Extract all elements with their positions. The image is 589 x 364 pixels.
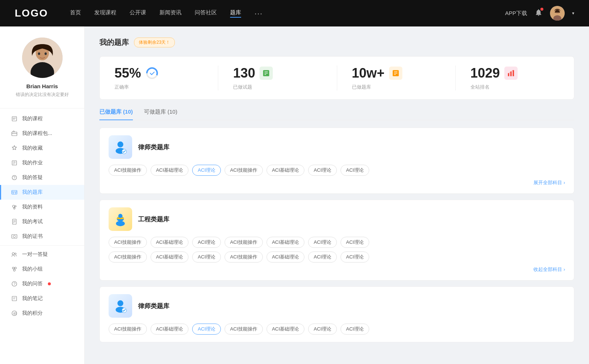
qa-icon: ? bbox=[11, 174, 18, 181]
svg-point-25 bbox=[14, 208, 15, 209]
collapse-link-engineer[interactable]: 收起全部科目 › bbox=[109, 266, 565, 273]
svg-rect-58 bbox=[510, 71, 512, 76]
tag[interactable]: ACI技能操作 bbox=[109, 237, 147, 248]
stat-num-accuracy: 55% bbox=[114, 65, 141, 81]
tag[interactable]: ACI基础理论 bbox=[151, 251, 189, 263]
svg-point-36 bbox=[13, 267, 14, 269]
tag[interactable]: ACI技能操作 bbox=[109, 251, 147, 263]
svg-point-66 bbox=[116, 221, 125, 226]
sidebar-item-package[interactable]: 我的课程包... bbox=[0, 126, 84, 141]
tab-done-banks[interactable]: 已做题库 (10) bbox=[99, 108, 133, 120]
nav-link-qa[interactable]: 问答社区 bbox=[195, 9, 217, 18]
nav-link-open[interactable]: 公开课 bbox=[130, 9, 146, 18]
stat-num-done-banks: 10w+ bbox=[352, 65, 385, 81]
points-icon: 积 bbox=[11, 310, 18, 317]
sidebar-item-points[interactable]: 积 我的积分 bbox=[0, 306, 84, 321]
svg-point-24 bbox=[15, 206, 16, 207]
svg-point-65 bbox=[118, 214, 122, 218]
tag[interactable]: ACI理论 bbox=[308, 324, 337, 335]
nav-link-more[interactable]: ··· bbox=[254, 9, 263, 18]
tag[interactable]: ACI理论 bbox=[308, 251, 337, 263]
nav-link-news[interactable]: 新闻资讯 bbox=[159, 9, 181, 18]
tag[interactable]: ACI技能操作 bbox=[225, 324, 263, 335]
nav-links: 首页 发现课程 公开课 新闻资讯 问答社区 题库 ··· bbox=[70, 9, 505, 18]
sidebar-profile: Brian Harris 错误的决定比没有决定要好 bbox=[0, 38, 84, 105]
nav-link-bank[interactable]: 题库 bbox=[230, 9, 241, 18]
sidebar-item-favorites[interactable]: 我的收藏 bbox=[0, 141, 84, 156]
tag[interactable]: ACI理论 bbox=[308, 237, 337, 248]
svg-point-7 bbox=[45, 53, 47, 55]
stat-accuracy: 55% 正确率 bbox=[100, 65, 218, 90]
stat-done-banks: 10w+ 已做题库 bbox=[337, 65, 456, 90]
tag[interactable]: ACI技能操作 bbox=[109, 165, 147, 176]
sidebar-item-questions[interactable]: ? 我的问答 bbox=[0, 276, 84, 291]
bank-title-engineer: 工程类题库 bbox=[138, 215, 169, 224]
sidebar-item-group[interactable]: 我的小组 bbox=[0, 262, 84, 276]
stats-row: 55% 正确率 130 bbox=[99, 56, 574, 100]
accuracy-icon bbox=[145, 67, 159, 80]
questions-badge bbox=[48, 282, 51, 285]
stat-top-accuracy: 55% bbox=[114, 65, 159, 81]
sidebar-item-cert[interactable]: 我的证书 bbox=[0, 229, 84, 244]
tag[interactable]: ACI理论 bbox=[341, 165, 369, 176]
lawyer-icon-2 bbox=[109, 294, 132, 318]
svg-point-34 bbox=[12, 253, 14, 255]
user-avatar[interactable] bbox=[550, 6, 565, 21]
expand-link-lawyer-1[interactable]: 展开全部科目 › bbox=[109, 179, 565, 186]
tag[interactable]: ACI技能操作 bbox=[225, 237, 263, 248]
svg-rect-41 bbox=[12, 296, 17, 301]
sidebar-item-label: 一对一答疑 bbox=[22, 251, 48, 258]
sidebar-item-exam[interactable]: 我的考试 bbox=[0, 214, 84, 229]
nav-logo: LOGO bbox=[15, 7, 48, 19]
tag[interactable]: ACI理论 bbox=[341, 324, 369, 335]
tag[interactable]: ACI理论 bbox=[341, 251, 369, 263]
tag[interactable]: ACI理论 bbox=[192, 251, 221, 263]
sidebar-item-homework[interactable]: 我的作业 bbox=[0, 156, 84, 170]
sidebar-item-course[interactable]: 我的课程 bbox=[0, 111, 84, 126]
user-menu-chevron[interactable]: ▾ bbox=[572, 11, 574, 16]
main-content: 我的题库 体验剩余23天！ 55% 正确 bbox=[85, 26, 589, 364]
svg-point-38 bbox=[14, 270, 15, 271]
tag[interactable]: ACI技能操作 bbox=[109, 324, 147, 335]
sidebar-item-label: 我的小组 bbox=[22, 266, 43, 272]
sidebar-item-notes[interactable]: 我的笔记 bbox=[0, 291, 84, 306]
tag[interactable]: ACI基础理论 bbox=[151, 324, 189, 335]
sidebar-item-material[interactable]: 我的资料 bbox=[0, 200, 84, 214]
tab-available-banks[interactable]: 可做题库 (10) bbox=[144, 108, 177, 120]
engineer-icon bbox=[109, 207, 132, 231]
notification-bell[interactable] bbox=[535, 8, 543, 18]
tag[interactable]: ACI技能操作 bbox=[225, 251, 263, 263]
sidebar: Brian Harris 错误的决定比没有决定要好 我的课程 我的课程包... bbox=[0, 26, 85, 364]
bank-card-lawyer-1: 律师类题库 ACI技能操作 ACI基础理论 ACI理论 ACI技能操作 ACI基… bbox=[99, 128, 574, 194]
stat-label-accuracy: 正确率 bbox=[114, 84, 129, 90]
list-orange-icon bbox=[389, 67, 402, 80]
profile-avatar bbox=[22, 38, 63, 78]
tag[interactable]: ACI基础理论 bbox=[267, 165, 305, 176]
tag[interactable]: ACI基础理论 bbox=[267, 324, 305, 335]
tag[interactable]: ACI理论 bbox=[308, 165, 337, 176]
page-wrapper: Brian Harris 错误的决定比没有决定要好 我的课程 我的课程包... bbox=[0, 0, 589, 364]
sidebar-item-bank[interactable]: 我的题库 bbox=[0, 185, 84, 200]
sidebar-item-one-one[interactable]: 一对一答疑 bbox=[0, 247, 84, 262]
sidebar-item-label: 我的收藏 bbox=[22, 145, 43, 151]
nav-link-home[interactable]: 首页 bbox=[70, 9, 81, 18]
sidebar-menu: 我的课程 我的课程包... 我的收藏 我的作业 bbox=[0, 111, 84, 321]
bank-title-lawyer-1: 律师类题库 bbox=[138, 143, 169, 151]
tag-active[interactable]: ACI理论 bbox=[192, 165, 221, 176]
app-download-button[interactable]: APP下载 bbox=[505, 10, 527, 17]
stat-top-ranking: 1029 bbox=[470, 65, 518, 81]
sidebar-item-qa[interactable]: ? 我的答疑 bbox=[0, 170, 84, 185]
tag[interactable]: ACI理论 bbox=[341, 237, 369, 248]
star-icon bbox=[11, 145, 18, 151]
tag[interactable]: ACI基础理论 bbox=[267, 251, 305, 263]
tag[interactable]: ACI技能操作 bbox=[225, 165, 263, 176]
bank-tags-engineer-row2: ACI技能操作 ACI基础理论 ACI理论 ACI技能操作 ACI基础理论 AC… bbox=[109, 251, 565, 263]
tag[interactable]: ACI基础理论 bbox=[151, 165, 189, 176]
nav-link-discover[interactable]: 发现课程 bbox=[94, 9, 116, 18]
tag-active[interactable]: ACI理论 bbox=[192, 324, 221, 335]
tag[interactable]: ACI基础理论 bbox=[151, 237, 189, 248]
notification-dot bbox=[540, 8, 543, 11]
stat-label-done-banks: 已做题库 bbox=[352, 84, 371, 90]
tag[interactable]: ACI理论 bbox=[192, 237, 221, 248]
tag[interactable]: ACI基础理论 bbox=[267, 237, 305, 248]
